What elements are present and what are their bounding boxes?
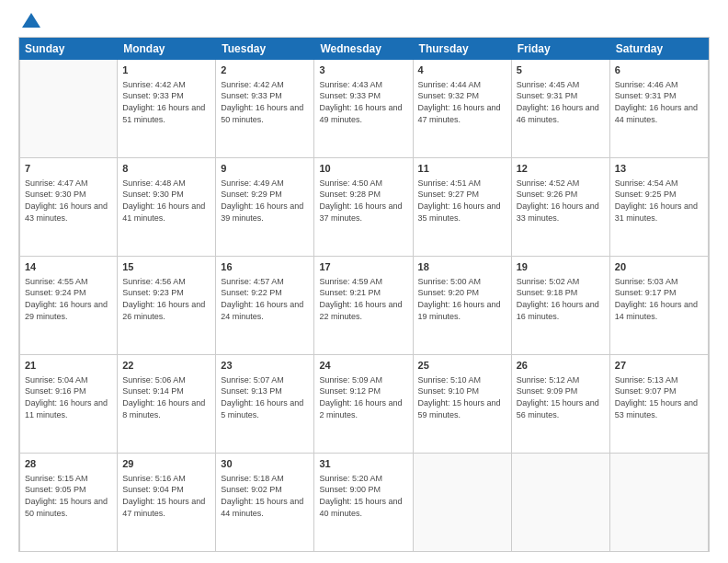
day-info: Sunrise: 5:04 AM Sunset: 9:16 PM Dayligh… xyxy=(25,374,112,420)
calendar-cell xyxy=(512,454,610,551)
weekday-header-thursday: Thursday xyxy=(414,38,512,60)
day-info: Sunrise: 5:16 AM Sunset: 9:04 PM Dayligh… xyxy=(122,473,210,519)
logo-triangle-icon xyxy=(22,13,40,28)
calendar-cell: 2Sunrise: 4:42 AM Sunset: 9:33 PM Daylig… xyxy=(216,60,314,157)
calendar-cell: 27Sunrise: 5:13 AM Sunset: 9:07 PM Dayli… xyxy=(610,355,709,453)
calendar-cell: 4Sunrise: 4:44 AM Sunset: 9:32 PM Daylig… xyxy=(414,60,512,157)
day-number: 10 xyxy=(319,162,407,176)
day-number: 28 xyxy=(25,457,112,471)
day-number: 8 xyxy=(122,162,210,176)
calendar-cell: 24Sunrise: 5:09 AM Sunset: 9:12 PM Dayli… xyxy=(314,355,413,453)
day-info: Sunrise: 4:43 AM Sunset: 9:33 PM Dayligh… xyxy=(319,79,407,125)
calendar-cell: 8Sunrise: 4:48 AM Sunset: 9:30 PM Daylig… xyxy=(118,158,216,256)
weekday-header-friday: Friday xyxy=(512,38,610,60)
day-number: 22 xyxy=(122,359,210,373)
day-info: Sunrise: 4:46 AM Sunset: 9:31 PM Dayligh… xyxy=(615,79,703,125)
weekday-header-monday: Monday xyxy=(118,38,216,60)
page: SundayMondayTuesdayWednesdayThursdayFrid… xyxy=(0,0,728,563)
day-number: 20 xyxy=(615,260,703,274)
calendar-header: SundayMondayTuesdayWednesdayThursdayFrid… xyxy=(19,38,709,60)
day-info: Sunrise: 5:00 AM Sunset: 9:20 PM Dayligh… xyxy=(418,276,506,322)
calendar-body: 1Sunrise: 4:42 AM Sunset: 9:33 PM Daylig… xyxy=(19,60,709,551)
day-info: Sunrise: 4:52 AM Sunset: 9:26 PM Dayligh… xyxy=(517,178,605,224)
calendar-cell: 31Sunrise: 5:20 AM Sunset: 9:00 PM Dayli… xyxy=(314,454,413,551)
day-info: Sunrise: 5:15 AM Sunset: 9:05 PM Dayligh… xyxy=(25,473,112,519)
day-number: 9 xyxy=(221,162,309,176)
day-number: 6 xyxy=(615,63,703,77)
day-number: 29 xyxy=(122,457,210,471)
weekday-header-tuesday: Tuesday xyxy=(216,38,314,60)
day-info: Sunrise: 5:20 AM Sunset: 9:00 PM Dayligh… xyxy=(319,473,407,519)
calendar-cell: 19Sunrise: 5:02 AM Sunset: 9:18 PM Dayli… xyxy=(512,257,610,354)
calendar-cell xyxy=(414,454,512,551)
day-number: 5 xyxy=(517,63,605,77)
day-info: Sunrise: 5:12 AM Sunset: 9:09 PM Dayligh… xyxy=(517,374,605,420)
calendar-cell: 22Sunrise: 5:06 AM Sunset: 9:14 PM Dayli… xyxy=(118,355,216,453)
weekday-header-wednesday: Wednesday xyxy=(314,38,413,60)
day-number: 1 xyxy=(122,63,210,77)
calendar-cell: 17Sunrise: 4:59 AM Sunset: 9:21 PM Dayli… xyxy=(314,257,413,354)
day-number: 23 xyxy=(221,359,309,373)
day-info: Sunrise: 5:10 AM Sunset: 9:10 PM Dayligh… xyxy=(418,374,506,420)
day-info: Sunrise: 5:03 AM Sunset: 9:17 PM Dayligh… xyxy=(615,276,703,322)
weekday-header-saturday: Saturday xyxy=(610,38,709,60)
day-info: Sunrise: 5:02 AM Sunset: 9:18 PM Dayligh… xyxy=(517,276,605,322)
day-number: 18 xyxy=(418,260,506,274)
calendar-cell: 3Sunrise: 4:43 AM Sunset: 9:33 PM Daylig… xyxy=(314,60,413,157)
day-info: Sunrise: 4:57 AM Sunset: 9:22 PM Dayligh… xyxy=(221,276,309,322)
calendar-row-2: 14Sunrise: 4:55 AM Sunset: 9:24 PM Dayli… xyxy=(19,257,709,355)
day-number: 14 xyxy=(25,260,112,274)
calendar-cell: 9Sunrise: 4:49 AM Sunset: 9:29 PM Daylig… xyxy=(216,158,314,256)
calendar-cell: 5Sunrise: 4:45 AM Sunset: 9:31 PM Daylig… xyxy=(512,60,610,157)
day-info: Sunrise: 5:18 AM Sunset: 9:02 PM Dayligh… xyxy=(221,473,309,519)
day-info: Sunrise: 5:07 AM Sunset: 9:13 PM Dayligh… xyxy=(221,374,309,420)
day-info: Sunrise: 4:44 AM Sunset: 9:32 PM Dayligh… xyxy=(418,79,506,125)
day-number: 17 xyxy=(319,260,407,274)
calendar: SundayMondayTuesdayWednesdayThursdayFrid… xyxy=(18,37,710,552)
header xyxy=(18,15,710,29)
day-number: 3 xyxy=(319,63,407,77)
day-number: 12 xyxy=(517,162,605,176)
calendar-cell: 12Sunrise: 4:52 AM Sunset: 9:26 PM Dayli… xyxy=(512,158,610,256)
day-number: 25 xyxy=(418,359,506,373)
calendar-cell: 15Sunrise: 4:56 AM Sunset: 9:23 PM Dayli… xyxy=(118,257,216,354)
calendar-cell: 6Sunrise: 4:46 AM Sunset: 9:31 PM Daylig… xyxy=(610,60,709,157)
calendar-row-0: 1Sunrise: 4:42 AM Sunset: 9:33 PM Daylig… xyxy=(19,60,709,158)
day-info: Sunrise: 4:54 AM Sunset: 9:25 PM Dayligh… xyxy=(615,178,703,224)
day-info: Sunrise: 4:56 AM Sunset: 9:23 PM Dayligh… xyxy=(122,276,210,322)
calendar-cell: 29Sunrise: 5:16 AM Sunset: 9:04 PM Dayli… xyxy=(118,454,216,551)
day-info: Sunrise: 4:42 AM Sunset: 9:33 PM Dayligh… xyxy=(122,79,210,125)
day-number: 13 xyxy=(615,162,703,176)
day-info: Sunrise: 4:45 AM Sunset: 9:31 PM Dayligh… xyxy=(517,79,605,125)
calendar-row-1: 7Sunrise: 4:47 AM Sunset: 9:30 PM Daylig… xyxy=(19,158,709,257)
day-info: Sunrise: 4:49 AM Sunset: 9:29 PM Dayligh… xyxy=(221,178,309,224)
calendar-cell: 23Sunrise: 5:07 AM Sunset: 9:13 PM Dayli… xyxy=(216,355,314,453)
calendar-cell: 10Sunrise: 4:50 AM Sunset: 9:28 PM Dayli… xyxy=(314,158,413,256)
day-info: Sunrise: 5:09 AM Sunset: 9:12 PM Dayligh… xyxy=(319,374,407,420)
day-info: Sunrise: 4:55 AM Sunset: 9:24 PM Dayligh… xyxy=(25,276,112,322)
day-info: Sunrise: 5:13 AM Sunset: 9:07 PM Dayligh… xyxy=(615,374,703,420)
calendar-cell: 13Sunrise: 4:54 AM Sunset: 9:25 PM Dayli… xyxy=(610,158,709,256)
day-info: Sunrise: 4:59 AM Sunset: 9:21 PM Dayligh… xyxy=(319,276,407,322)
calendar-cell: 20Sunrise: 5:03 AM Sunset: 9:17 PM Dayli… xyxy=(610,257,709,354)
calendar-cell: 28Sunrise: 5:15 AM Sunset: 9:05 PM Dayli… xyxy=(19,454,118,551)
calendar-cell: 11Sunrise: 4:51 AM Sunset: 9:27 PM Dayli… xyxy=(414,158,512,256)
calendar-cell: 7Sunrise: 4:47 AM Sunset: 9:30 PM Daylig… xyxy=(19,158,118,256)
day-info: Sunrise: 4:48 AM Sunset: 9:30 PM Dayligh… xyxy=(122,178,210,224)
day-number: 15 xyxy=(122,260,210,274)
day-number: 4 xyxy=(418,63,506,77)
calendar-row-3: 21Sunrise: 5:04 AM Sunset: 9:16 PM Dayli… xyxy=(19,355,709,454)
day-number: 7 xyxy=(25,162,112,176)
day-info: Sunrise: 4:42 AM Sunset: 9:33 PM Dayligh… xyxy=(221,79,309,125)
day-number: 30 xyxy=(221,457,309,471)
calendar-cell: 16Sunrise: 4:57 AM Sunset: 9:22 PM Dayli… xyxy=(216,257,314,354)
day-number: 26 xyxy=(517,359,605,373)
day-number: 19 xyxy=(517,260,605,274)
day-info: Sunrise: 4:50 AM Sunset: 9:28 PM Dayligh… xyxy=(319,178,407,224)
day-number: 11 xyxy=(418,162,506,176)
day-number: 24 xyxy=(319,359,407,373)
day-number: 31 xyxy=(319,457,407,471)
day-number: 27 xyxy=(615,359,703,373)
calendar-row-4: 28Sunrise: 5:15 AM Sunset: 9:05 PM Dayli… xyxy=(19,454,709,551)
day-info: Sunrise: 5:06 AM Sunset: 9:14 PM Dayligh… xyxy=(122,374,210,420)
